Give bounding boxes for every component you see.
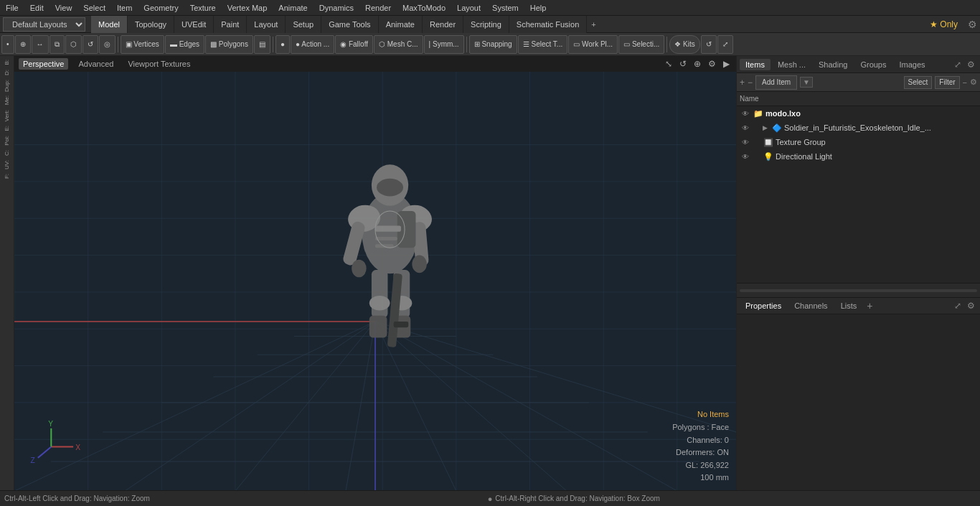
props-settings-icon[interactable]: ⚙: [965, 301, 977, 311]
toolbar-bullet[interactable]: •: [1, 35, 14, 54]
toolbar-dot2[interactable]: ●: [275, 35, 290, 54]
left-btn-dup[interactable]: Dup:: [3, 78, 11, 94]
vp-expand-icon[interactable]: ▶: [721, 58, 732, 70]
left-btn-e[interactable]: E:: [3, 123, 11, 133]
items-gear-icon[interactable]: ⚙: [970, 78, 977, 87]
item-row-modo[interactable]: 👁 📁 modo.lxo: [737, 106, 980, 121]
toolbar-rotate-btn[interactable]: ↺: [83, 35, 98, 54]
toolbar-vertices[interactable]: ▣ ▣ VerticesVertices: [121, 35, 164, 54]
layout-tab-render[interactable]: Render: [423, 16, 463, 33]
toolbar-snapping[interactable]: ⊞ Snapping: [469, 35, 517, 54]
menu-texture[interactable]: Texture: [184, 2, 222, 14]
menu-view[interactable]: View: [50, 2, 78, 14]
layout-tab-uvedit[interactable]: UVEdit: [174, 16, 214, 33]
items-scroll[interactable]: [737, 283, 980, 297]
props-add-icon[interactable]: +: [867, 300, 872, 311]
toolbar-edges[interactable]: ▬ Edges: [165, 35, 204, 54]
menu-animate[interactable]: Animate: [273, 2, 313, 14]
props-expand-icon[interactable]: ⤢: [952, 301, 963, 311]
tab-shading[interactable]: Shading: [813, 59, 853, 70]
left-btn-b[interactable]: B:: [3, 57, 11, 67]
menu-layout[interactable]: Layout: [451, 2, 486, 14]
toolbar-circle[interactable]: ◎: [99, 35, 116, 54]
left-btn-pol[interactable]: Pol:: [3, 133, 11, 148]
layout-tab-paint[interactable]: Paint: [214, 16, 247, 33]
toolbar-selection[interactable]: ▭ Selecti...: [618, 35, 664, 54]
vp-rotate-icon[interactable]: ↺: [677, 58, 689, 70]
menu-maxtomodo[interactable]: MaxToModo: [397, 2, 451, 14]
arrow-icon-2[interactable]: ▶: [763, 124, 770, 131]
toolbar-box-select[interactable]: ⧉: [50, 35, 65, 54]
item-row-soldier[interactable]: 👁 ▶ 🔷 Soldier_in_Futuristic_Exoskeleton_…: [737, 121, 980, 135]
menu-dynamics[interactable]: Dynamics: [314, 2, 359, 14]
vp-tab-perspective[interactable]: Perspective: [19, 58, 68, 70]
menu-item[interactable]: Item: [111, 2, 138, 14]
layout-tab-topology[interactable]: Topology: [128, 16, 174, 33]
layout-tab-schematic[interactable]: Schematic Fusion: [509, 16, 587, 33]
filter-button[interactable]: Filter: [935, 76, 959, 89]
menu-select[interactable]: Select: [77, 2, 111, 14]
toolbar-polygons[interactable]: ▩ Polygons: [205, 35, 253, 54]
menu-vertex-map[interactable]: Vertex Map: [222, 2, 273, 14]
layout-tab-model[interactable]: Model: [91, 16, 128, 33]
toolbar-workplane[interactable]: ▭ Work Pl...: [568, 35, 618, 54]
vp-move-icon[interactable]: ⤡: [663, 58, 674, 70]
layout-add-icon[interactable]: +: [587, 20, 600, 29]
remove-item-icon[interactable]: −: [748, 78, 753, 88]
select-button[interactable]: Select: [904, 76, 933, 89]
tab-items[interactable]: Items: [740, 59, 771, 70]
menu-help[interactable]: Help: [524, 2, 552, 14]
menu-file[interactable]: File: [0, 2, 24, 14]
layout-dropdown[interactable]: Default Layouts: [3, 17, 85, 32]
toolbar-symmetry[interactable]: | Symm...: [424, 35, 464, 54]
eye-icon-2[interactable]: 👁: [740, 124, 751, 132]
toolbar-kits[interactable]: ❖ Kits: [669, 35, 699, 54]
tab-properties[interactable]: Properties: [740, 300, 787, 311]
layout-tab-scripting[interactable]: Scripting: [463, 16, 509, 33]
left-btn-me[interactable]: Me:: [3, 93, 11, 107]
menu-edit[interactable]: Edit: [24, 2, 50, 14]
layout-settings-icon[interactable]: ⚙: [965, 19, 980, 30]
menu-geometry[interactable]: Geometry: [138, 2, 184, 14]
toolbar-mesh[interactable]: ⬡ Mesh C...: [374, 35, 423, 54]
toolbar-lasso[interactable]: ⬡: [65, 35, 82, 54]
item-row-light[interactable]: 👁 💡 Directional Light: [737, 149, 980, 164]
vp-zoom-icon[interactable]: ⊕: [692, 58, 703, 70]
items-minus-icon[interactable]: −: [963, 78, 967, 87]
left-btn-d[interactable]: D:: [3, 67, 11, 78]
tab-groups[interactable]: Groups: [854, 59, 892, 70]
eye-icon-4[interactable]: 👁: [740, 153, 751, 161]
left-btn-c[interactable]: C:: [3, 148, 11, 158]
toolbar-crosshair[interactable]: ⊕: [15, 35, 31, 54]
eye-icon-3[interactable]: 👁: [740, 139, 751, 146]
eye-icon-1[interactable]: 👁: [740, 110, 751, 118]
vp-tab-advanced[interactable]: Advanced: [74, 58, 118, 70]
add-item-icon[interactable]: +: [740, 78, 745, 88]
tab-channels[interactable]: Channels: [788, 300, 833, 311]
item-row-texture[interactable]: 👁 🔲 Texture Group: [737, 135, 980, 149]
add-item-arrow[interactable]: ▼: [800, 77, 813, 88]
viewport[interactable]: Perspective Advanced Viewport Textures ⤡…: [14, 56, 736, 490]
vp-settings-icon[interactable]: ⚙: [706, 58, 718, 70]
toolbar-rotate3[interactable]: ↺: [701, 35, 717, 54]
toolbar-select-t[interactable]: ☰ Select T...: [518, 35, 568, 54]
toolbar-maximize[interactable]: ⤢: [717, 35, 733, 54]
layout-tab-animate[interactable]: Animate: [379, 16, 423, 33]
add-item-button[interactable]: Add Item: [755, 75, 797, 90]
layout-tab-setup[interactable]: Setup: [286, 16, 321, 33]
left-btn-f[interactable]: F:: [3, 172, 11, 181]
toolbar-quad[interactable]: ▤: [254, 35, 270, 54]
menu-system[interactable]: System: [486, 2, 524, 14]
layout-tab-gametools[interactable]: Game Tools: [321, 16, 379, 33]
items-settings-icon[interactable]: ⚙: [965, 60, 977, 70]
layout-tab-layout[interactable]: Layout: [247, 16, 286, 33]
tab-images[interactable]: Images: [893, 59, 930, 70]
vp-tab-textures[interactable]: Viewport Textures: [123, 58, 194, 70]
items-expand-icon[interactable]: ⤢: [952, 60, 963, 70]
toolbar-transform[interactable]: ↔: [32, 35, 49, 54]
left-btn-vert[interactable]: Vert:: [3, 108, 11, 123]
tab-lists[interactable]: Lists: [835, 300, 863, 311]
tab-mesh[interactable]: Mesh ...: [772, 59, 811, 70]
toolbar-falloff[interactable]: ◉ Falloff: [335, 35, 373, 54]
menu-render[interactable]: Render: [359, 2, 397, 14]
